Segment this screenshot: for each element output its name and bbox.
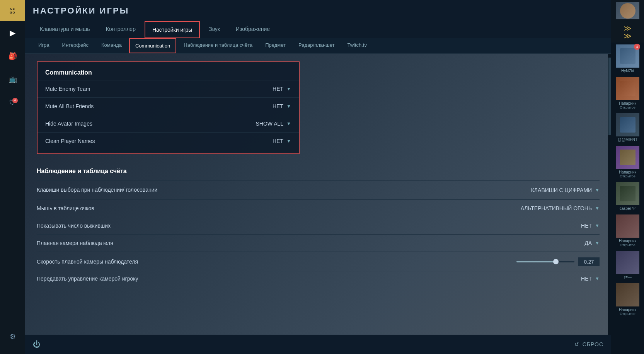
mute-enemy-arrow: ▼: [286, 86, 291, 92]
setting-scoreboard-mouse: Мышь в таблице очков АЛЬТЕРНАТИВНЫЙ ОГОН…: [37, 199, 600, 217]
setting-hide-avatar: Hide Avatar Images SHOW ALL ▼: [37, 115, 299, 132]
show-survivors-dropdown[interactable]: НЕТ ▼: [581, 223, 600, 229]
spectate-keys-arrow: ▼: [595, 187, 600, 193]
friend-avatar-5: [616, 182, 639, 205]
notification-badge-1: 4: [634, 44, 640, 50]
hide-avatar-arrow: ▼: [286, 121, 291, 126]
play-icon: ▶: [10, 28, 15, 37]
mute-friends-dropdown[interactable]: НЕТ ▼: [273, 103, 291, 109]
scroll-thumb[interactable]: [608, 58, 611, 135]
nav-tabs-primary: Клавиатура и мышь Контроллер Настройки и…: [25, 21, 611, 38]
content-area: Communication Mute Enemy Team НЕТ ▼ Mute…: [25, 54, 611, 335]
tab-controller[interactable]: Контроллер: [99, 21, 143, 38]
transfer-control-arrow: ▼: [595, 276, 600, 281]
notification-badge: 4: [12, 98, 18, 103]
right-sidebar-top: [611, 0, 644, 21]
show-survivors-value: НЕТ: [581, 223, 592, 229]
friend-avatar-2: [616, 77, 639, 100]
mute-enemy-dropdown[interactable]: НЕТ ▼: [273, 86, 291, 92]
friend-entry-1[interactable]: 4 HyNZki: [611, 43, 644, 75]
setting-transfer-control: Передавать управление камерой игроку НЕТ…: [37, 272, 600, 285]
hide-avatar-label: Hide Avatar Images: [45, 121, 92, 127]
left-sidebar: CSGO ▶ 🎒 📺 🛡4 ⚙: [0, 0, 25, 354]
clean-names-arrow: ▼: [286, 138, 291, 144]
tab-twitch[interactable]: Twitch.tv: [342, 38, 372, 53]
tab-keyboard[interactable]: Клавиатура и мышь: [33, 21, 97, 38]
friend-status-6: Открытое: [620, 243, 635, 247]
transfer-control-dropdown[interactable]: НЕТ ▼: [581, 276, 600, 282]
scoreboard-mouse-dropdown[interactable]: АЛЬТЕРНАТИВНЫЙ ОГОНЬ ▼: [521, 205, 600, 211]
setting-clean-names: Clean Player Names НЕТ ▼: [37, 132, 299, 150]
tab-communication[interactable]: Communication: [129, 38, 176, 53]
scrollbar[interactable]: [608, 54, 611, 335]
camera-speed-slider-container: 0.27: [516, 257, 600, 266]
clean-names-label: Clean Player Names: [45, 138, 95, 144]
bottom-bar: ⏻ ↺ СБРОС: [25, 335, 611, 354]
friend-entry-4[interactable]: Напарник Открытое: [611, 144, 644, 180]
spectate-keys-value: КЛАВИШИ С ЦИФРАМИ: [531, 187, 592, 193]
sidebar-icon-play[interactable]: ▶: [0, 21, 25, 44]
tv-icon: 📺: [9, 75, 17, 83]
friend-entry-6[interactable]: Напарник Открытое: [611, 213, 644, 249]
sidebar-icon-settings[interactable]: ⚙: [0, 325, 25, 348]
scoreboard-mouse-value: АЛЬТЕРНАТИВНЫЙ ОГОНЬ: [521, 205, 592, 211]
mute-enemy-value: НЕТ: [273, 86, 283, 92]
clean-names-value: НЕТ: [273, 138, 283, 144]
right-sidebar: ≫≫ 4 HyNZki Напарник Открытое @@MIENT На…: [611, 0, 644, 354]
power-button[interactable]: ⏻: [33, 340, 41, 349]
tab-team[interactable]: Команда: [96, 38, 127, 53]
friend-avatar-3: [616, 113, 639, 136]
setting-spectate-keys: Клавиши выбора при наблюдении/ голосован…: [37, 180, 600, 199]
friend-name-1: HyNZki: [621, 69, 634, 73]
tab-interface[interactable]: Интерфейс: [57, 38, 94, 53]
friend-name-2: Напарник: [619, 101, 636, 106]
main-user-avatar[interactable]: [616, 2, 639, 19]
mute-enemy-label: Mute Enemy Team: [45, 86, 90, 92]
scoreboard-mouse-label: Мышь в таблице очков: [37, 205, 94, 211]
rank-badge: ≫≫: [611, 21, 644, 43]
sidebar-icons: ▶ 🎒 📺 🛡4: [0, 21, 25, 325]
friend-entry-7[interactable]: ↑=—: [611, 249, 644, 281]
friend-entry-2[interactable]: Напарник Открытое: [611, 75, 644, 111]
setting-smooth-camera: Плавная камера наблюдателя ДА ▼: [37, 234, 600, 252]
friend-name-5: casper Ψ: [620, 206, 635, 211]
tab-radar[interactable]: Радар/планшет: [293, 38, 340, 53]
smooth-camera-dropdown[interactable]: ДА ▼: [584, 240, 600, 246]
friend-entry-3[interactable]: @@MIENT: [611, 111, 644, 144]
smooth-camera-value: ДА: [584, 240, 592, 246]
sidebar-icon-inventory[interactable]: 🎒: [0, 44, 25, 68]
tab-game[interactable]: Игра: [33, 38, 55, 53]
page-title: НАСТРОЙКИ ИГРЫ: [33, 6, 129, 16]
tab-game-settings[interactable]: Настройки игры: [145, 21, 200, 38]
mute-friends-value: НЕТ: [273, 103, 283, 109]
show-survivors-arrow: ▼: [595, 223, 600, 228]
tab-sound[interactable]: Звук: [202, 21, 227, 38]
top-header: НАСТРОЙКИ ИГРЫ: [25, 0, 611, 21]
friend-entry-5[interactable]: casper Ψ: [611, 180, 644, 213]
spectate-keys-dropdown[interactable]: КЛАВИШИ С ЦИФРАМИ ▼: [531, 187, 600, 193]
shield-plus-icon: 🛡4: [9, 99, 16, 107]
sidebar-bottom: ⚙: [0, 325, 25, 354]
hide-avatar-dropdown[interactable]: SHOW ALL ▼: [256, 121, 291, 127]
csgo-logo[interactable]: CSGO: [0, 0, 25, 21]
sidebar-icon-tv[interactable]: 📺: [0, 68, 25, 91]
tab-image[interactable]: Изображение: [229, 21, 277, 38]
tab-item[interactable]: Предмет: [260, 38, 291, 53]
mute-friends-arrow: ▼: [286, 104, 291, 109]
friend-status-2: Открытое: [620, 106, 635, 109]
slider-thumb[interactable]: [553, 259, 559, 264]
reset-label: СБРОС: [583, 341, 603, 347]
hide-avatar-value: SHOW ALL: [256, 121, 284, 127]
clean-names-dropdown[interactable]: НЕТ ▼: [273, 138, 291, 144]
friend-name-8: Напарник: [619, 308, 636, 312]
nav-tabs-secondary: Игра Интерфейс Команда Communication Наб…: [25, 38, 611, 54]
slider-track[interactable]: [516, 261, 574, 262]
reset-button[interactable]: ↺ СБРОС: [574, 341, 603, 347]
tab-observation[interactable]: Наблюдение и таблица счёта: [178, 38, 258, 53]
friend-entry-8[interactable]: Напарник Открытое: [611, 281, 644, 318]
friend-status-8: Открытое: [620, 312, 635, 316]
communication-panel: Communication Mute Enemy Team НЕТ ▼ Mute…: [37, 61, 300, 154]
camera-speed-label: Скорость плавной камеры наблюдателя: [37, 259, 138, 265]
slider-fill: [516, 261, 554, 262]
sidebar-icon-shield[interactable]: 🛡4: [0, 91, 25, 114]
